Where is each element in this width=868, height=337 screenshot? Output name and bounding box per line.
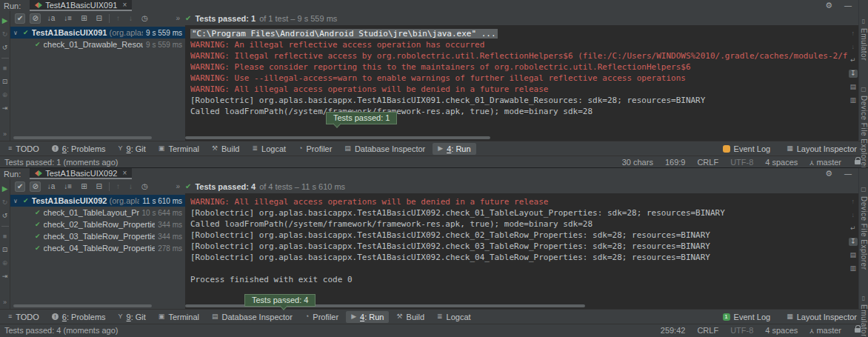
test-tree-row[interactable]: ∨✔TestA1BasicUIX092 (org.aplas.basicappx… bbox=[10, 195, 185, 207]
scroll-down-icon[interactable]: ↓ bbox=[849, 211, 856, 219]
toolwindow-stripe-device-file-explorer[interactable]: ▢Device File Explorer bbox=[860, 86, 868, 168]
toolwindow-stripe-device-file-explorer[interactable]: ▢Device File Explorer bbox=[860, 186, 868, 270]
previous-failed-test-button[interactable]: ↑ bbox=[114, 181, 122, 192]
show-ignored-button[interactable]: ⊘ bbox=[30, 181, 40, 192]
git-branch-widget[interactable]: Ymaster bbox=[809, 326, 841, 335]
scroll-up-icon[interactable]: ↑ bbox=[849, 30, 856, 38]
close-icon[interactable]: × bbox=[122, 169, 127, 177]
sort-alphabetically-button[interactable]: ↓a bbox=[45, 13, 58, 24]
toolwindow-button-profiler[interactable]: ◔Profiler bbox=[293, 143, 337, 155]
scrollbar-thumb[interactable] bbox=[185, 136, 490, 139]
scroll-up-icon[interactable]: ↑ bbox=[849, 198, 856, 206]
more-icon[interactable]: » bbox=[3, 130, 7, 138]
screenshot-button[interactable]: ⊡ bbox=[2, 79, 8, 85]
show-ignored-button[interactable]: ⊘ bbox=[30, 13, 40, 24]
event-log-button[interactable]: Event Log bbox=[718, 143, 776, 155]
toolwindow-button-logcat[interactable]: ≣Logcat bbox=[432, 311, 476, 323]
toggle-auto-test-button[interactable]: ↺ bbox=[2, 44, 8, 51]
console-line[interactable]: WARNING: An illegal reflective access op… bbox=[190, 39, 848, 50]
gear-icon[interactable]: ⚙ bbox=[825, 1, 832, 10]
toolwindow-button-database-inspector[interactable]: ▤Database Inspector bbox=[207, 311, 298, 323]
status-segment[interactable]: 259:42 bbox=[661, 326, 686, 335]
rerun-failed-tests-button[interactable]: ↻ bbox=[2, 31, 8, 38]
profile-button[interactable]: ⊕ bbox=[2, 92, 8, 99]
clear-all-button[interactable]: ▥ bbox=[848, 96, 858, 104]
close-icon[interactable]: × bbox=[122, 1, 127, 9]
toolwindow-button-git[interactable]: Y9: Git bbox=[113, 311, 151, 323]
screenshot-button[interactable]: ⊡ bbox=[2, 247, 8, 253]
collapse-all-button[interactable]: ⊟ bbox=[94, 13, 104, 24]
previous-failed-test-button[interactable]: ↑ bbox=[114, 13, 122, 24]
test-tree-row[interactable]: ✔check_02_TableRow_Properties344 ms bbox=[10, 218, 185, 230]
layout-inspector-button[interactable]: ▦Layout Inspector bbox=[781, 311, 862, 323]
toolwindow-button-problems[interactable]: !6: Problems bbox=[47, 143, 111, 155]
toolwindow-button-terminal[interactable]: ▣Terminal bbox=[153, 143, 204, 155]
rerun-tests-button[interactable]: ▶ bbox=[2, 185, 8, 193]
toolwindow-button-build[interactable]: ⚒Build bbox=[391, 311, 430, 323]
soft-wrap-button[interactable]: ↵ bbox=[849, 224, 858, 233]
show-passed-button[interactable]: ✔ bbox=[15, 181, 25, 192]
toolwindow-button-database-inspector[interactable]: ▤Database Inspector bbox=[339, 143, 430, 155]
status-segment[interactable]: 169:9 bbox=[665, 158, 686, 167]
test-tree-row[interactable]: ✔check_03_TableRow_Properties344 ms bbox=[10, 230, 185, 242]
event-log-button[interactable]: 1Event Log bbox=[718, 311, 776, 323]
console-line[interactable]: WARNING: All illegal access operations w… bbox=[190, 196, 848, 207]
scrollbar-thumb[interactable] bbox=[13, 304, 152, 307]
status-segment[interactable]: 4 spaces bbox=[765, 326, 798, 335]
status-segment[interactable]: CRLF bbox=[697, 158, 718, 167]
layout-inspector-button[interactable]: ▦Layout Inspector bbox=[781, 143, 862, 155]
run-console[interactable]: "C:\Program Files\Android\Android Studio… bbox=[185, 25, 858, 136]
print-button[interactable]: ▤ bbox=[848, 251, 858, 259]
console-line[interactable]: Called loadFromPath(/system/framework/fr… bbox=[190, 218, 848, 230]
console-line[interactable]: WARNING: Illegal reflective access by or… bbox=[190, 50, 848, 61]
profile-button[interactable]: ⊕ bbox=[2, 260, 8, 267]
chevron-down-icon[interactable]: ∨ bbox=[13, 30, 20, 36]
minimize-icon[interactable]: — bbox=[844, 170, 852, 178]
toolwindow-button-todo[interactable]: ≡TODO bbox=[3, 311, 44, 323]
toolwindow-button-run[interactable]: ▶4: Run bbox=[346, 311, 389, 323]
console-line[interactable]: [Robolectric] org.aplas.basicappx.TestA1… bbox=[190, 241, 848, 252]
expand-all-button[interactable]: ⊞ bbox=[79, 181, 89, 192]
more-icon[interactable]: » bbox=[3, 298, 7, 306]
console-line[interactable]: Called loadFromPath(/system/framework/fr… bbox=[190, 106, 848, 117]
test-tree-row[interactable]: ∨✔TestA1BasicUIX091 (org.aplas.basicappx… bbox=[10, 27, 185, 39]
console-line[interactable]: "C:\Program Files\Android\Android Studio… bbox=[190, 28, 848, 39]
test-results-tree[interactable]: ∨✔TestA1BasicUIX092 (org.aplas.basicappx… bbox=[10, 193, 185, 304]
rerun-tests-button[interactable]: ▶ bbox=[2, 17, 8, 24]
expand-all-button[interactable]: ⊞ bbox=[79, 13, 89, 24]
minimize-icon[interactable]: — bbox=[844, 1, 852, 10]
console-line[interactable]: Process finished with exit code 0 bbox=[190, 274, 848, 285]
toolwindow-button-terminal[interactable]: ▣Terminal bbox=[153, 311, 204, 323]
console-line[interactable] bbox=[190, 263, 848, 274]
toolwindow-button-git[interactable]: Y9: Git bbox=[113, 143, 151, 155]
test-results-tree[interactable]: ∨✔TestA1BasicUIX091 (org.aplas.basicappx… bbox=[10, 25, 185, 136]
scrollbar-thumb[interactable] bbox=[13, 136, 152, 139]
next-failed-test-button[interactable]: ↓ bbox=[127, 181, 135, 192]
stop-button[interactable]: ■ bbox=[3, 65, 7, 72]
next-failed-test-button[interactable]: ↓ bbox=[127, 13, 135, 24]
test-tree-row[interactable]: ✔check_01_Drawable_Resources9 s 559 ms bbox=[10, 39, 185, 50]
toolwindow-stripe-emulator[interactable]: ▯Emulator bbox=[860, 295, 868, 336]
console-line[interactable]: [Robolectric] org.aplas.basicappx.TestA1… bbox=[190, 207, 848, 218]
toolwindow-button-build[interactable]: ⚒Build bbox=[207, 143, 245, 155]
more-icon[interactable]: » bbox=[176, 182, 185, 190]
import-test-results-button[interactable]: ⇥ bbox=[2, 105, 8, 112]
run-config-tab[interactable]: TestA1BasicUIX091 × bbox=[30, 0, 132, 11]
status-segment[interactable]: UTF-8 bbox=[730, 158, 753, 167]
toolwindow-button-problems[interactable]: !6: Problems bbox=[47, 311, 111, 323]
scroll-to-end-button[interactable]: ↧ bbox=[849, 70, 858, 78]
console-line[interactable]: [Robolectric] org.aplas.basicappx.TestA1… bbox=[190, 230, 848, 241]
status-segment[interactable]: 4 spaces bbox=[765, 158, 798, 167]
horizontal-scrollbar[interactable] bbox=[10, 304, 858, 309]
sort-by-duration-button[interactable]: ↓≡ bbox=[61, 181, 74, 192]
status-segment[interactable]: 30 chars bbox=[622, 158, 653, 167]
collapse-all-button[interactable]: ⊟ bbox=[94, 181, 104, 192]
console-line[interactable]: [Robolectric] org.aplas.basicappx.TestA1… bbox=[190, 95, 848, 106]
toggle-auto-test-button[interactable]: ↺ bbox=[2, 213, 8, 219]
run-console[interactable]: WARNING: All illegal access operations w… bbox=[185, 193, 858, 304]
scroll-to-end-button[interactable]: ↧ bbox=[849, 238, 858, 246]
test-history-button[interactable]: ◷ bbox=[139, 13, 150, 24]
toolwindow-button-logcat[interactable]: ≣Logcat bbox=[247, 143, 292, 155]
console-line[interactable]: [Robolectric] org.aplas.basicappx.TestA1… bbox=[190, 252, 848, 263]
console-line[interactable]: WARNING: All illegal access operations w… bbox=[190, 84, 848, 95]
